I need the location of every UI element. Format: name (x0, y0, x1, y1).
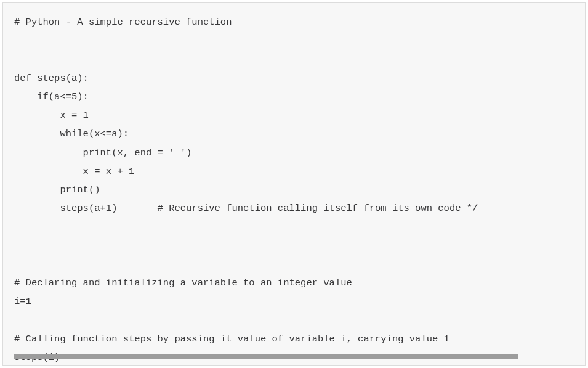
horizontal-scrollbar-track[interactable] (14, 354, 574, 359)
code-block: # Python - A simple recursive function d… (2, 2, 586, 366)
horizontal-scrollbar-thumb[interactable] (14, 354, 518, 359)
code-content: # Python - A simple recursive function d… (14, 13, 574, 366)
